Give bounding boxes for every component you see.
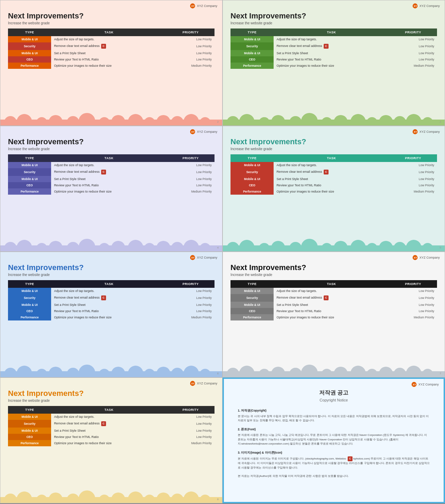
company-logo: XYXYZ Company <box>190 255 217 260</box>
company-logo: XYXYZ Company <box>411 382 439 387</box>
priority-cell: Low Priority <box>389 56 437 63</box>
company-logo: XYXYZ Company <box>412 3 440 9</box>
type-cell: Performance <box>8 188 51 195</box>
slide-number: 7 <box>440 372 441 375</box>
slide-subtitle: Increase the website grade <box>8 273 215 277</box>
priority-cell: Low Priority <box>389 168 437 176</box>
copyright-section-title: 2. 폰트(Font) <box>238 427 430 432</box>
task-cell: Optimize your images to reduce their siz… <box>274 63 389 69</box>
priority-cell: Low Priority <box>389 36 437 42</box>
type-cell: Performance <box>8 314 51 320</box>
priority-cell: Medium Priority <box>389 63 437 69</box>
table-row: Mobile & UISet a Print Style SheetLow Pr… <box>230 50 437 56</box>
type-cell: Security <box>8 42 51 50</box>
svg-rect-84 <box>0 371 222 377</box>
svg-text:XY: XY <box>414 256 417 259</box>
type-cell: Performance <box>230 63 274 69</box>
c-badge: C <box>101 421 106 426</box>
c-badge: C <box>101 44 106 49</box>
task-cell: Optimize your images to reduce their siz… <box>274 314 389 320</box>
slide-title: Next Improvements? <box>230 137 437 146</box>
slide-3: XYXYZ CompanyNext Improvements?Increase … <box>0 126 222 252</box>
table-row: Mobile & UISet a Print Style SheetLow Pr… <box>8 428 215 434</box>
company-name: XYZ Company <box>419 130 440 133</box>
table-header: TASK <box>274 29 389 36</box>
copyright-section-title: 3. 이미지(Image) & 아이콘(Icon) <box>238 450 430 455</box>
type-cell: Mobile & UI <box>8 302 51 308</box>
table-header: PRIORITY <box>389 154 437 162</box>
table-row: SecurityRemove clear text email address … <box>230 168 437 176</box>
svg-text:XY: XY <box>191 5 195 8</box>
type-cell: Performance <box>230 188 274 195</box>
company-logo: XYXYZ Company <box>190 3 217 9</box>
c-badge: C <box>324 44 329 49</box>
slide-title: Next Improvements? <box>8 137 215 146</box>
priority-cell: Medium Priority <box>389 188 437 195</box>
type-cell: Mobile & UI <box>230 162 274 168</box>
task-cell: Adjust the size of tap targets. <box>274 288 389 294</box>
table-row: Mobile & UIAdjust the size of tap target… <box>8 288 215 294</box>
improvements-table: TYPETASKPRIORITYMobile & UIAdjust the si… <box>8 406 215 446</box>
copyright-section-text: 본 자료에 사용된 이미지는 무료 이미지로 구성됩니다. (stockphot… <box>238 456 430 470</box>
priority-cell: Low Priority <box>389 42 437 50</box>
cloud-decoration <box>223 232 445 251</box>
type-cell: Mobile & UI <box>230 302 274 308</box>
type-cell: Mobile & UI <box>8 428 51 434</box>
improvements-table: TYPETASKPRIORITYMobile & UIAdjust the si… <box>8 280 215 320</box>
priority-cell: Low Priority <box>167 42 215 50</box>
table-header: PRIORITY <box>389 280 437 288</box>
slide-4: XYXYZ CompanyNext Improvements?Increase … <box>222 126 445 252</box>
company-name: XYZ Company <box>197 256 217 259</box>
table-header: PRIORITY <box>167 154 215 162</box>
svg-rect-101 <box>223 371 445 377</box>
type-cell: CEO <box>8 308 51 314</box>
svg-text:XY: XY <box>191 130 195 133</box>
copyright-section: 1. 저작권(Copyright)본 문서는 귀 사의 내부 정책 수립과 업무… <box>238 408 430 423</box>
task-cell: Adjust the size of tap targets. <box>274 36 389 42</box>
table-row: CEOReview ypur Text to HTML RatioLow Pri… <box>230 308 437 314</box>
table-row: Mobile & UISet a Print Style SheetLow Pr… <box>8 302 215 308</box>
type-cell: Performance <box>230 314 274 320</box>
priority-cell: Low Priority <box>389 302 437 308</box>
company-name: XYZ Company <box>419 256 440 259</box>
svg-rect-67 <box>223 245 445 251</box>
slide-1: XYXYZ CompanyNext Improvements?Increase … <box>0 0 222 126</box>
copyright-title-en: Copyright Notice <box>319 398 348 402</box>
priority-cell: Low Priority <box>167 308 215 314</box>
c-badge: C <box>348 456 353 461</box>
slide-subtitle: Increase the website grade <box>8 21 215 25</box>
type-cell: Mobile & UI <box>8 414 51 420</box>
table-row: CEOReview ypur Text to HTML RatioLow Pri… <box>8 56 215 63</box>
table-header: TASK <box>51 280 167 288</box>
task-cell: Review ypur Text to HTML Ratio <box>274 308 389 314</box>
priority-cell: Medium Priority <box>167 188 215 195</box>
company-logo: XYXYZ Company <box>412 255 440 260</box>
table-row: Mobile & UIAdjust the size of tap target… <box>230 288 437 294</box>
type-cell: Mobile & UI <box>8 176 51 182</box>
type-cell: CEO <box>230 308 274 314</box>
company-logo: XYXYZ Company <box>190 129 217 135</box>
cloud-decoration <box>0 358 222 377</box>
svg-rect-16 <box>0 120 222 125</box>
task-cell: Adjust the size of tap targets. <box>51 288 167 294</box>
task-cell: Set a Print Style Sheet <box>274 50 389 56</box>
priority-cell: Medium Priority <box>167 314 215 320</box>
table-row: PerformanceOptimize your images to reduc… <box>8 440 215 446</box>
priority-cell: Low Priority <box>167 428 215 434</box>
type-cell: CEO <box>8 434 51 440</box>
task-cell: Review ypur Text to HTML Ratio <box>51 434 167 440</box>
table-row: Mobile & UISet a Print Style SheetLow Pr… <box>8 176 215 182</box>
slide-6: XYXYZ CompanyNext Improvements?Increase … <box>222 252 445 377</box>
copyright-title-kr: 저작권 공고 <box>319 389 348 397</box>
priority-cell: Low Priority <box>389 50 437 56</box>
table-header: TYPE <box>8 280 51 288</box>
priority-cell: Low Priority <box>167 176 215 182</box>
table-row: Mobile & UISet a Print Style SheetLow Pr… <box>230 176 437 182</box>
table-header: TASK <box>274 154 389 162</box>
slide-number: 4 <box>217 246 219 249</box>
priority-cell: Low Priority <box>167 294 215 302</box>
table-header: TYPE <box>230 154 274 162</box>
table-row: Mobile & UISet a Print Style SheetLow Pr… <box>8 50 215 56</box>
task-cell: Review ypur Text to HTML Ratio <box>51 182 167 188</box>
slide-subtitle: Increase the website grade <box>230 147 437 151</box>
